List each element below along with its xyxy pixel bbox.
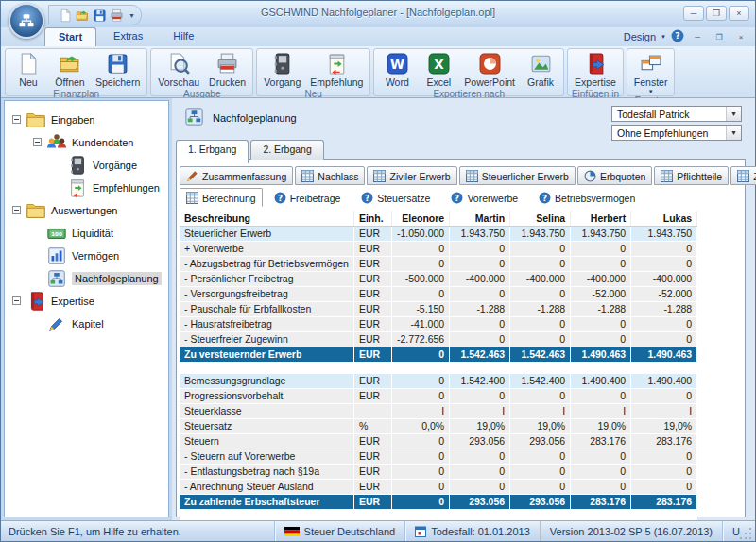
row-value: 0	[391, 465, 449, 480]
sidebar-item-eingaben[interactable]: Eingaben	[5, 109, 168, 130]
calculation-table: BeschreibungEinh.EleonoreMartinSelinaHer…	[180, 211, 697, 536]
table-row[interactable]: - Persönlicher FreibetragEUR-500.000-400…	[180, 272, 697, 287]
sidebar-item-vermögen[interactable]: Vermögen	[5, 245, 168, 266]
table-row[interactable]	[180, 363, 697, 374]
grafik-button[interactable]: Grafik	[520, 50, 561, 88]
table-row[interactable]: - Abzugsbetrag für BetriebsvermögenEUR00…	[180, 257, 697, 272]
table-row[interactable]: - Steuern auf VorerwerbeEUR00000	[180, 449, 697, 465]
öffnen-button[interactable]: Öffnen	[49, 50, 91, 88]
empfehlung-button[interactable]: Empfehlung	[305, 50, 368, 88]
child-close-button[interactable]: ×	[732, 30, 749, 44]
sidebar-item-nachfolgeplanung[interactable]: Nachfolgeplanung	[5, 267, 168, 289]
row-unit	[353, 404, 391, 419]
row-value: 293.056	[510, 495, 571, 510]
row-value: 0	[631, 242, 697, 257]
tab-start[interactable]: Start	[44, 27, 96, 46]
tab-1-erbgang[interactable]: 1. Erbgang	[176, 140, 249, 163]
sidebar-item-kundendaten[interactable]: Kundendaten	[5, 131, 168, 153]
speichern-button[interactable]: Speichern	[91, 50, 145, 88]
excel-button[interactable]: XExcel	[418, 50, 459, 88]
powerpoint-button[interactable]: PowerPoint	[459, 50, 520, 88]
tab-steuerlicher-erwerb[interactable]: Steuerlicher Erwerb	[459, 166, 576, 185]
row-value: 0	[450, 257, 510, 272]
word-button[interactable]: WWord	[376, 50, 418, 88]
tab-hilfe[interactable]: Hilfe	[160, 27, 207, 46]
expertise-button[interactable]: Expertise	[570, 50, 621, 88]
row-value: 1.542.400	[450, 374, 510, 389]
tab-zusammenfassung[interactable]: Zusammenfassung	[180, 166, 293, 185]
table-row[interactable]: Steuersatz%0,0%19,0%19,0%19,0%19,0%	[180, 419, 697, 434]
child-minimize-button[interactable]: ─	[689, 30, 706, 44]
drucken-button[interactable]: Drucken	[204, 50, 250, 88]
tab-vorerwerbe[interactable]: ?Vorerwerbe	[441, 188, 527, 207]
table-row[interactable]: Zu versteuernder ErwerbEUR01.542.4631.54…	[180, 347, 697, 363]
tree-expander-icon[interactable]	[12, 206, 21, 214]
row-value: 283.176	[571, 495, 631, 510]
table-row[interactable]: - Steuerfreier ZugewinnEUR-2.772.6560000	[180, 332, 697, 347]
neu-button[interactable]: Neu	[8, 50, 49, 88]
chevron-down-icon[interactable]: ▼	[726, 126, 741, 140]
sidebar-item-liquidität[interactable]: 100Liquidität	[5, 222, 168, 244]
row-value: 19,0%	[450, 419, 510, 434]
design-caret-icon[interactable]: ▼	[661, 34, 666, 40]
table-row[interactable]: ProgressionsvorbehaltEUR00000	[180, 389, 697, 404]
app-menu-button[interactable]	[9, 3, 44, 39]
sidebar-item-auswertungen[interactable]: Auswertungen	[5, 199, 168, 221]
vorgang-button[interactable]: Vorgang	[259, 50, 305, 88]
row-value: 0	[391, 347, 449, 363]
sidebar-item-empfehlungen[interactable]: Empfehlungen	[5, 177, 168, 198]
tab-2-erbgang[interactable]: 2. Erbgang	[250, 140, 323, 160]
tab-betriebsvermögen[interactable]: ?Betriebsvermögen	[529, 188, 644, 207]
resize-grip[interactable]	[740, 526, 753, 539]
table-row[interactable]: SteuerklasseIIIII	[180, 404, 697, 419]
sidebar-item-expertise[interactable]: Expertise	[5, 290, 168, 312]
row-value: 293.056	[510, 434, 571, 449]
tree-expander-icon[interactable]	[33, 138, 42, 146]
button-label: Word	[386, 76, 409, 88]
sidebar-item-vorgänge[interactable]: Vorgänge	[5, 154, 168, 176]
table-row[interactable]: - Pauschale für ErbfallkostenEUR-5.150-1…	[180, 302, 697, 317]
row-unit: EUR	[353, 242, 391, 257]
ribbon-group-buttons: NeuÖffnenSpeichern	[6, 49, 146, 88]
chevron-down-icon[interactable]: ▼	[726, 107, 741, 121]
tab-ziviler-erwerb[interactable]: Ziviler Erwerb	[367, 166, 456, 185]
vorschau-button[interactable]: Vorschau	[153, 50, 204, 88]
table-row[interactable]: - HausratsfreibetragEUR-41.0000000	[180, 317, 697, 332]
recommendation-dropdown[interactable]: Ohne Empfehlungen ▼	[611, 125, 742, 141]
tab-extras[interactable]: Extras	[100, 27, 156, 46]
table-row[interactable]: + VorerwerbeEUR00000	[180, 242, 697, 257]
tree-expander-icon[interactable]	[12, 115, 21, 124]
table-row[interactable]: - Anrechnung Steuer AuslandEUR00000	[180, 480, 697, 495]
help-icon: ?	[274, 192, 286, 204]
table-row[interactable]	[180, 510, 697, 521]
tab-zugewinn[interactable]: Zugewinn	[730, 166, 756, 185]
restore-button[interactable]: ❐	[706, 6, 727, 21]
table-row[interactable]: Steuerlicher ErwerbEUR-1.050.0001.943.75…	[180, 227, 697, 242]
table-row[interactable]: Zu zahlende ErbschaftsteuerEUR0293.05629…	[180, 495, 697, 510]
tab-pflichtteile[interactable]: Pflichtteile	[654, 166, 729, 185]
row-value: 0	[450, 389, 510, 404]
tab-steuersätze[interactable]: ?Steuersätze	[352, 188, 439, 207]
table-row[interactable]: SteuernEUR0293.056293.056283.176283.176	[180, 434, 697, 449]
minimize-button[interactable]: ─	[683, 6, 704, 21]
death-case-value: Todesfall Patrick	[612, 109, 726, 120]
sidebar-item-kapitel[interactable]: Kapitel	[5, 313, 168, 334]
close-button[interactable]: ×	[729, 6, 749, 21]
child-restore-button[interactable]: ❐	[711, 30, 728, 44]
tab-erbquoten[interactable]: Erbquoten	[577, 166, 652, 185]
death-case-dropdown[interactable]: Todesfall Patrick ▼	[611, 106, 742, 122]
help-icon[interactable]: ?	[671, 29, 684, 42]
table-row[interactable]: BemessungsgrundlageEUR01.542.4001.542.40…	[180, 374, 697, 389]
tab-freibeträge[interactable]: ?Freibeträge	[265, 188, 351, 207]
sidebar-item-label: Expertise	[51, 296, 94, 307]
table-row[interactable]: - Entlastungsbetrag nach §19aEUR00000	[180, 465, 697, 480]
row-value: 0	[571, 449, 631, 465]
design-menu[interactable]: Design	[624, 31, 656, 42]
tab-berechnung[interactable]: Berechnung	[180, 188, 263, 207]
tab-nachlass[interactable]: Nachlass	[295, 166, 365, 185]
tree-expander-icon[interactable]	[12, 296, 21, 305]
fenster-button[interactable]: Fenster▼	[629, 50, 673, 94]
row-label: - Entlastungsbetrag nach §19a	[180, 465, 353, 480]
row-value: 1.943.750	[510, 227, 571, 242]
table-row[interactable]: - VersorgungsfreibetragEUR000-52.000-52.…	[180, 287, 697, 302]
